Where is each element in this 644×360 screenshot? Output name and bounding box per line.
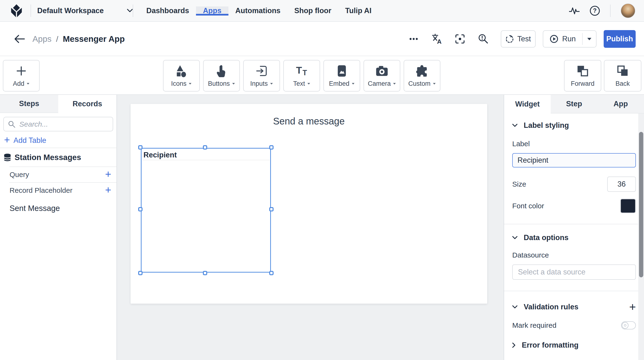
label-input[interactable] bbox=[512, 153, 636, 167]
resize-handle-nw[interactable] bbox=[138, 145, 142, 150]
data-options-title: Data options bbox=[524, 233, 568, 242]
divider bbox=[504, 291, 644, 291]
nav-automations[interactable]: Automations bbox=[228, 7, 288, 15]
input-box-arrow-icon bbox=[256, 64, 268, 78]
nav-apps[interactable]: Apps bbox=[196, 7, 228, 15]
add-query-icon[interactable]: + bbox=[105, 169, 111, 179]
camera-label: Camera bbox=[368, 80, 391, 87]
puzzle-piece-icon bbox=[416, 64, 428, 78]
record-placeholder-label: Record Placeholder bbox=[10, 186, 72, 194]
search-input[interactable] bbox=[19, 120, 108, 128]
resize-handle-se[interactable] bbox=[269, 271, 274, 275]
selected-input-widget[interactable]: Recipient bbox=[141, 148, 271, 273]
tab-records[interactable]: Records bbox=[58, 95, 116, 113]
play-circle-icon bbox=[550, 35, 558, 43]
breadcrumb-apps[interactable]: Apps bbox=[32, 34, 52, 44]
toggle-knob bbox=[622, 322, 628, 329]
add-validation-rule-button[interactable]: + bbox=[629, 301, 636, 313]
search-icon bbox=[8, 121, 15, 128]
record-sent-message[interactable]: Sent Message bbox=[10, 204, 116, 213]
divider bbox=[133, 5, 133, 17]
section-label-styling[interactable]: Label styling bbox=[512, 121, 636, 130]
mark-required-toggle[interactable] bbox=[621, 321, 636, 329]
add-button[interactable]: Add bbox=[3, 60, 40, 92]
section-validation-rules[interactable]: Validation rules + bbox=[512, 301, 636, 313]
font-color-label: Font color bbox=[512, 202, 544, 210]
bring-forward-button[interactable]: Forward bbox=[564, 60, 601, 92]
text-widget-button[interactable]: T T Text bbox=[283, 60, 320, 92]
resize-handle-e[interactable] bbox=[269, 207, 274, 211]
widget-button-group: Icons Buttons I bbox=[163, 60, 440, 92]
resize-handle-w[interactable] bbox=[138, 207, 142, 211]
more-options-icon[interactable] bbox=[409, 38, 418, 40]
icons-widget-button[interactable]: Icons bbox=[163, 60, 200, 92]
inputs-widget-button[interactable]: Inputs bbox=[243, 60, 280, 92]
font-color-swatch[interactable] bbox=[620, 199, 636, 213]
embed-widget-button[interactable]: Embed bbox=[324, 60, 360, 92]
sidebar-item-query[interactable]: Query + bbox=[0, 167, 116, 182]
resize-handle-s[interactable] bbox=[203, 271, 207, 275]
plus-icon bbox=[16, 64, 27, 78]
resize-handle-sw[interactable] bbox=[138, 271, 142, 275]
datasource-label: Datasource bbox=[512, 251, 636, 259]
section-data-options[interactable]: Data options bbox=[512, 233, 636, 242]
tab-step[interactable]: Step bbox=[551, 95, 597, 114]
text-Tt-icon: T T bbox=[296, 64, 308, 78]
resize-handle-ne[interactable] bbox=[269, 145, 274, 150]
publish-button[interactable]: Publish bbox=[604, 30, 636, 48]
activity-pulse-icon[interactable] bbox=[569, 7, 580, 15]
translate-icon[interactable]: A bbox=[431, 34, 442, 45]
debug-inspect-icon[interactable] bbox=[478, 34, 488, 44]
tab-app[interactable]: App bbox=[598, 95, 644, 114]
workspace-selector[interactable]: Default Workspace bbox=[37, 0, 133, 21]
mark-required-label: Mark required bbox=[512, 321, 556, 329]
table-item-station-messages[interactable]: Station Messages bbox=[0, 148, 116, 167]
back-arrow-icon[interactable] bbox=[14, 35, 25, 43]
section-error-formatting[interactable]: Error formatting bbox=[512, 341, 636, 349]
step-title[interactable]: Send a message bbox=[130, 116, 487, 127]
panel-scrollbar-thumb[interactable] bbox=[639, 132, 643, 277]
icons-label: Icons bbox=[171, 80, 187, 87]
step-canvas[interactable]: Send a message Recipient bbox=[117, 95, 504, 360]
svg-text:A: A bbox=[437, 38, 442, 45]
custom-widget-button[interactable]: Custom bbox=[404, 60, 440, 92]
resize-handle-n[interactable] bbox=[203, 145, 207, 150]
panel-scrollbar-track[interactable] bbox=[638, 114, 644, 360]
step-card[interactable]: Send a message Recipient bbox=[130, 104, 487, 304]
run-dropdown-caret[interactable] bbox=[583, 31, 596, 47]
svg-text:T: T bbox=[296, 66, 302, 76]
datasource-select[interactable] bbox=[512, 264, 636, 280]
add-table-button[interactable]: + Add Table bbox=[0, 133, 116, 148]
nav-shop-floor[interactable]: Shop floor bbox=[288, 7, 338, 15]
size-input[interactable] bbox=[607, 177, 636, 192]
widget-label: Recipient bbox=[144, 151, 177, 159]
font-color-row: Font color bbox=[512, 199, 636, 213]
focus-target-icon[interactable] bbox=[455, 34, 465, 44]
nav-dashboards[interactable]: Dashboards bbox=[140, 7, 196, 15]
camera-widget-button[interactable]: Camera bbox=[364, 60, 400, 92]
sidebar-item-record-placeholder[interactable]: Record Placeholder + bbox=[0, 183, 116, 198]
send-back-button[interactable]: Back bbox=[604, 60, 641, 92]
header-actions: A bbox=[409, 30, 636, 48]
test-button[interactable]: Test bbox=[501, 30, 536, 48]
tab-steps[interactable]: Steps bbox=[0, 95, 58, 113]
chevron-down-icon bbox=[512, 124, 518, 127]
divider bbox=[504, 224, 644, 224]
test-button-label: Test bbox=[517, 35, 531, 43]
divider bbox=[30, 5, 31, 17]
widget-toolbar: Add Icons Buttons bbox=[0, 57, 644, 95]
panel-tabs: Widget Step App bbox=[504, 95, 644, 114]
chevron-down-icon bbox=[512, 305, 518, 309]
plus-icon: + bbox=[4, 135, 10, 145]
left-sidebar: Steps Records + Add Table Station Mes bbox=[0, 95, 117, 360]
primary-nav: Dashboards Apps Automations Shop floor T… bbox=[140, 7, 378, 15]
user-avatar[interactable] bbox=[620, 3, 636, 18]
chevron-right-icon bbox=[512, 342, 516, 348]
add-record-placeholder-icon[interactable]: + bbox=[105, 185, 111, 195]
run-button-main[interactable]: Run bbox=[543, 31, 582, 47]
breadcrumb-separator: / bbox=[56, 35, 58, 44]
tab-widget[interactable]: Widget bbox=[504, 95, 551, 114]
buttons-widget-button[interactable]: Buttons bbox=[203, 60, 240, 92]
nav-tulip-ai[interactable]: Tulip AI bbox=[338, 7, 378, 15]
help-icon[interactable]: ? bbox=[590, 6, 600, 16]
